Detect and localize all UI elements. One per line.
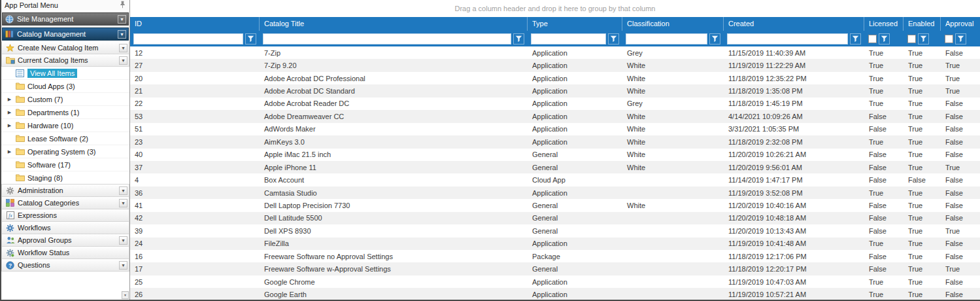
filter-input-type[interactable]	[531, 33, 606, 44]
table-row[interactable]: 16Freeware Software no Approval Settings…	[130, 250, 980, 262]
sidebar-item-cloud-apps-3[interactable]: ▶Cloud Apps (3)	[1, 80, 129, 93]
table-row[interactable]: 20Adobe Acrobat DC ProfessionalApplicati…	[130, 72, 980, 84]
table-row[interactable]: 41Dell Laptop Precision 7730GeneralWhite…	[130, 199, 980, 211]
filter-funnel-icon[interactable]	[918, 33, 929, 44]
filter-checkbox-licensed[interactable]	[868, 35, 877, 43]
expand-arrow-icon[interactable]: ▶	[7, 119, 12, 132]
cell-type: Application	[528, 125, 622, 133]
cell-enabled: True	[904, 49, 941, 57]
table-row[interactable]: 53Adobe Dreamweaver CCApplicationWhite4/…	[130, 110, 980, 122]
table-row[interactable]: 42Dell Latitude 5500General11/20/2019 10…	[130, 212, 980, 224]
cell-enabled: True	[904, 189, 941, 197]
table-row[interactable]: 277-Zip 9.20ApplicationWhite11/19/2019 1…	[130, 59, 980, 71]
sidebar-item-workflow-status[interactable]: Workflow Status	[1, 246, 129, 259]
chevron-down-icon[interactable]: ▾	[119, 199, 127, 207]
table-row[interactable]: 22Adobe Acrobat Reader DCApplicationGrey…	[130, 97, 980, 110]
filter-input-created[interactable]	[727, 33, 848, 44]
cell-licensed: False	[864, 214, 904, 222]
new-item-icon	[5, 44, 15, 52]
cell-approval: False	[941, 125, 980, 133]
sidebar-item-current-catalog-items[interactable]: Current Catalog Items▾	[1, 54, 129, 67]
section-catalog-management[interactable]: Catalog Management ▾	[2, 27, 129, 41]
table-row[interactable]: 23AimKeys 3.0ApplicationWhite11/18/2019 …	[130, 135, 980, 148]
cell-licensed: True	[864, 138, 904, 146]
sidebar-item-questions[interactable]: ?Questions▾	[1, 258, 129, 272]
table-row[interactable]: 4Box AccountCloud App11/14/2019 1:47:17 …	[130, 173, 980, 186]
cell-licensed: False	[864, 164, 904, 171]
sidebar-item-hardware-10[interactable]: ▶Hardware (10)	[1, 119, 129, 132]
column-header-enabled[interactable]: Enabled	[904, 17, 941, 31]
column-header-approval[interactable]: Approval	[941, 17, 980, 31]
sidebar-item-custom-7[interactable]: ▶Custom (7)	[1, 93, 129, 106]
filter-input-classification[interactable]	[626, 33, 707, 44]
sidebar-item-create-new-catalog-item[interactable]: Create New Catalog Item▾	[1, 42, 129, 54]
chevron-down-icon[interactable]: ▾	[118, 30, 126, 39]
column-header-id[interactable]: ID	[130, 17, 260, 31]
expand-arrow-icon[interactable]: ▶	[7, 93, 12, 106]
column-header-created[interactable]: Created	[724, 17, 864, 31]
cell-licensed: False	[864, 202, 904, 209]
sidebar-item-label: Software (17)	[27, 161, 71, 169]
sidebar-item-view-all-items[interactable]: ▶View All Items	[1, 67, 129, 80]
table-row[interactable]: 51AdWords MakerApplicationWhite3/31/2021…	[130, 123, 980, 135]
cell-type: Cloud App	[528, 176, 622, 184]
section-site-management[interactable]: Site Management ▾	[2, 12, 129, 26]
chevron-down-icon[interactable]: ▾	[119, 44, 127, 52]
filter-funnel-icon[interactable]	[245, 33, 256, 44]
filter-checkbox-approval[interactable]	[945, 35, 953, 43]
filter-funnel-icon[interactable]	[850, 33, 861, 44]
pin-icon[interactable]	[118, 1, 126, 10]
table-row[interactable]: 37Apple iPhone 11GeneralWhite11/20/2019 …	[130, 161, 980, 173]
table-row[interactable]: 25Google ChromeApplication11/19/2019 10:…	[130, 275, 980, 288]
chevron-down-icon[interactable]: ▾	[119, 186, 127, 195]
chevron-down-icon[interactable]: ▾	[119, 261, 127, 270]
sidebar-item-expressions[interactable]: fxExpressions	[1, 209, 129, 222]
cell-type: Application	[528, 278, 622, 286]
sidebar-item-administration[interactable]: Administration▾	[1, 184, 129, 197]
table-row[interactable]: 26Google EarthApplication11/19/2019 10:5…	[130, 288, 980, 300]
sidebar-item-catalog-categories[interactable]: Catalog Categories▾	[1, 196, 129, 209]
grid-filter-row	[130, 31, 980, 46]
cell-enabled: True	[904, 291, 941, 298]
filter-funnel-icon[interactable]	[879, 33, 890, 44]
chevron-down-icon[interactable]: ▾	[119, 236, 127, 245]
filter-funnel-icon[interactable]	[955, 33, 966, 44]
table-row[interactable]: 39Dell XPS 8930General11/20/2019 10:13:4…	[130, 224, 980, 237]
column-header-licensed[interactable]: Licensed	[864, 17, 904, 31]
chevron-down-icon[interactable]: ▾	[118, 15, 126, 24]
cell-classification: White	[622, 62, 724, 69]
sidebar-item-workflows[interactable]: Workflows	[1, 221, 129, 234]
filter-input-catalog-title[interactable]	[263, 33, 511, 44]
sidebar-item-software-17[interactable]: ▶Software (17)	[1, 158, 129, 171]
table-row[interactable]: 40Apple iMac 21.5 inchGeneralWhite11/20/…	[130, 149, 980, 161]
expand-arrow-icon[interactable]: ▶	[7, 145, 12, 158]
column-header-classification[interactable]: Classification	[622, 17, 724, 31]
cell-type: Application	[528, 239, 622, 247]
filter-funnel-icon[interactable]	[709, 33, 720, 44]
table-row[interactable]: 36Camtasia StudioApplication11/19/2019 3…	[130, 186, 980, 199]
cell-licensed: False	[864, 265, 904, 273]
cell-approval: False	[941, 189, 980, 197]
cell-enabled: True	[904, 150, 941, 158]
sidebar-item-approval-groups[interactable]: Approval Groups▾	[1, 234, 129, 247]
filter-funnel-icon[interactable]	[513, 33, 524, 44]
sidebar-title: App Portal Menu	[5, 1, 118, 9]
sidebar-scroll-down-button[interactable]: ▾	[122, 291, 129, 299]
chevron-down-icon[interactable]: ▾	[119, 56, 127, 65]
sidebar-item-operating-system-3[interactable]: ▶Operating System (3)	[1, 145, 129, 158]
column-header-type[interactable]: Type	[528, 17, 622, 31]
expand-arrow-icon[interactable]: ▶	[7, 106, 12, 119]
cell-enabled: True	[904, 239, 941, 247]
sidebar-item-departments-1[interactable]: ▶Departments (1)	[1, 106, 129, 119]
filter-input-id[interactable]	[133, 33, 243, 44]
table-row[interactable]: 24FileZillaApplication11/19/2019 10:41:4…	[130, 238, 980, 250]
sidebar-item-staging-8[interactable]: ▶Staging (8)	[1, 171, 129, 185]
column-header-catalog-title[interactable]: Catalog Title	[260, 17, 528, 31]
sidebar-item-lease-software-2[interactable]: ▶Lease Software (2)	[1, 132, 129, 145]
filter-funnel-icon[interactable]	[608, 33, 619, 44]
table-row[interactable]: 127-ZipApplicationGrey11/15/2019 11:40:3…	[130, 46, 980, 59]
table-row[interactable]: 21Adobe Acrobat DC StandardApplicationWh…	[130, 84, 980, 97]
table-row[interactable]: 17Freeware Software w-Approval SettingsG…	[130, 262, 980, 275]
cell-licensed: False	[864, 150, 904, 158]
filter-checkbox-enabled[interactable]	[907, 35, 916, 43]
